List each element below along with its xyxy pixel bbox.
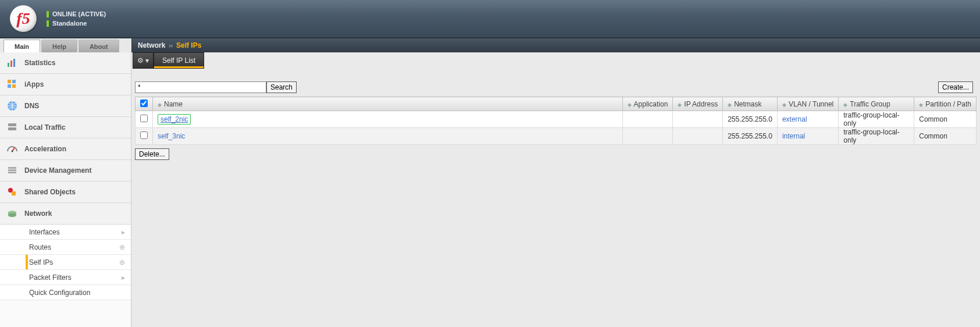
sidebar-item-local-traffic[interactable]: Local Traffic (0, 117, 131, 138)
table-row: self_3nic 255.255.255.0 internal traffic… (136, 128, 977, 145)
breadcrumb-page: Self IPs (176, 41, 201, 49)
sidebar-item-network[interactable]: Network (0, 203, 131, 225)
svg-point-12 (12, 151, 13, 152)
row-check[interactable] (140, 131, 148, 139)
status-pip-icon (47, 20, 49, 27)
svg-rect-14 (8, 169, 16, 171)
row-ip-address (673, 111, 723, 128)
status-pip-icon (47, 11, 49, 17)
row-netmask: 255.255.255.0 (723, 111, 778, 128)
sidebar-item-dns[interactable]: DNS (0, 95, 131, 117)
subnav-label: Quick Configuration (29, 289, 90, 297)
sidebar-item-label: Acceleration (24, 145, 66, 153)
row-check-cell[interactable] (136, 128, 153, 145)
subnav-self-ips[interactable]: Self IPs ⊕ (0, 255, 131, 270)
svg-point-11 (9, 129, 10, 130)
grid-icon (6, 78, 19, 91)
row-partition: Common (914, 128, 977, 145)
plus-icon[interactable]: ⊕ (119, 243, 125, 251)
svg-rect-13 (8, 167, 16, 169)
sidebar-item-label: Network (24, 209, 52, 218)
check-all[interactable] (140, 99, 148, 107)
module-tab-label: Self IP List (162, 56, 195, 65)
subnav-routes[interactable]: Routes ⊕ (0, 240, 131, 255)
sidebar-item-acceleration[interactable]: Acceleration (0, 138, 131, 160)
col-name[interactable]: ◆Name (153, 97, 623, 111)
col-partition[interactable]: ◆Partition / Path (914, 97, 977, 111)
table-body: self_2nic 255.255.255.0 external traffic… (136, 111, 977, 145)
svg-rect-0 (8, 63, 9, 67)
sidebar-item-label: Shared Objects (24, 188, 76, 196)
tab-main[interactable]: Main (3, 40, 40, 52)
module-gear-menu[interactable]: ⚙ ▾ (133, 52, 154, 69)
stack-icon (6, 164, 19, 177)
gauge-icon (6, 143, 19, 155)
sidebar-item-iapps[interactable]: iApps (0, 74, 131, 95)
chart-icon (6, 56, 19, 69)
sidebar-item-label: Device Management (24, 166, 91, 175)
sidebar-item-label: Local Traffic (24, 123, 66, 131)
primary-tabs: Main Help About (0, 38, 131, 52)
row-check-cell[interactable] (136, 111, 153, 128)
subnav-label: Routes (29, 243, 51, 251)
row-check[interactable] (140, 115, 148, 122)
row-vlan: internal (777, 128, 838, 145)
sort-icon: ◆ (919, 102, 923, 108)
network-icon (6, 207, 19, 220)
sidebar-item-shared-objects[interactable]: Shared Objects (0, 182, 131, 203)
row-vlan-link[interactable]: external (782, 115, 807, 123)
server-icon (6, 121, 19, 134)
col-ip-address[interactable]: ◆IP Address (673, 97, 723, 111)
row-application (622, 128, 673, 145)
svg-rect-3 (8, 80, 11, 83)
search-input[interactable] (135, 81, 266, 93)
row-name-cell: self_3nic (153, 128, 623, 145)
col-netmask[interactable]: ◆Netmask (723, 97, 778, 111)
subnav-quick-configuration[interactable]: Quick Configuration (0, 285, 131, 300)
plus-icon[interactable]: ⊕ (119, 258, 125, 266)
row-traffic-group: traffic-group-local-only (839, 111, 914, 128)
breadcrumb-section: Network (138, 41, 165, 49)
tab-about[interactable]: About (79, 40, 119, 52)
search-button[interactable]: Search (266, 81, 297, 93)
sidebar-item-label: DNS (24, 102, 39, 110)
col-check-all[interactable] (136, 97, 153, 111)
row-name-cell: self_2nic (153, 111, 623, 128)
f5-logo-icon: f5 (10, 5, 37, 32)
sidebar-subnav-network: Interfaces ▸ Routes ⊕ Self IPs ⊕ Packet … (0, 225, 131, 300)
col-label: Partition / Path (925, 100, 971, 108)
svg-rect-5 (8, 84, 11, 88)
toolbar: Search Create... (131, 70, 980, 95)
tab-help[interactable]: Help (41, 40, 77, 52)
sort-icon: ◆ (843, 102, 847, 108)
col-traffic-group[interactable]: ◆Traffic Group (839, 97, 914, 111)
row-name-link[interactable]: self_2nic (158, 114, 191, 125)
subnav-label: Packet Filters (29, 273, 72, 282)
module-tab-self-ip-list[interactable]: Self IP List (154, 52, 204, 69)
col-vlan[interactable]: ◆VLAN / Tunnel (777, 97, 838, 111)
subnav-interfaces[interactable]: Interfaces ▸ (0, 225, 131, 240)
chevron-right-icon: ▸ (122, 273, 125, 282)
chevron-right-icon: ▸ (122, 228, 125, 236)
row-name-link[interactable]: self_3nic (158, 132, 185, 140)
col-label: IP Address (684, 100, 718, 108)
status-block: ONLINE (ACTIVE) Standalone (47, 9, 106, 28)
svg-rect-2 (13, 59, 15, 67)
col-application[interactable]: ◆Application (622, 97, 673, 111)
sidebar-item-statistics[interactable]: Statistics (0, 52, 131, 74)
sort-icon: ◆ (728, 102, 732, 108)
body: Statistics iApps DNS Local Traffic Accel (0, 52, 980, 327)
sidebar: Statistics iApps DNS Local Traffic Accel (0, 52, 131, 327)
delete-button[interactable]: Delete... (135, 148, 169, 160)
table-wrap: ◆Name ◆Application ◆IP Address ◆Netmask … (135, 97, 977, 145)
create-button[interactable]: Create... (938, 81, 973, 93)
subnav-packet-filters[interactable]: Packet Filters ▸ (0, 270, 131, 285)
col-label: Traffic Group (850, 100, 890, 108)
row-vlan-link[interactable]: internal (782, 132, 805, 140)
globe-icon (6, 99, 19, 112)
svg-point-10 (9, 125, 10, 126)
sidebar-item-device-management[interactable]: Device Management (0, 160, 131, 182)
table-actions: Delete... (131, 145, 980, 164)
status-online: ONLINE (ACTIVE) (52, 9, 106, 19)
main-content: ⚙ ▾ Self IP List Search Create... ◆Name … (131, 52, 980, 327)
